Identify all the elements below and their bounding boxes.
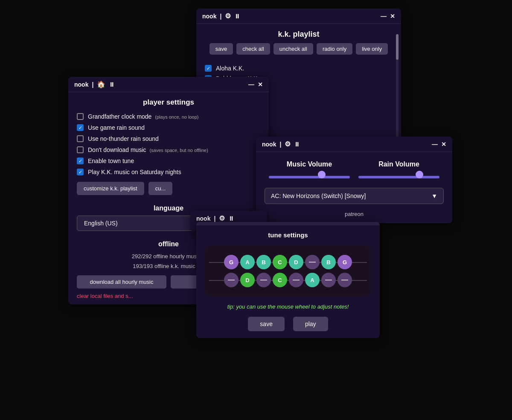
- download-all-button[interactable]: download all hourly music: [77, 275, 166, 289]
- note-empty1[interactable]: —: [305, 255, 320, 269]
- playlist-button-group: save check all uncheck all radio only li…: [196, 43, 401, 60]
- playlist-checkbox-aloha[interactable]: [205, 65, 212, 72]
- setting-checkbox-grandfather[interactable]: [77, 113, 84, 120]
- setting-checkbox-nothunder[interactable]: [77, 135, 84, 142]
- customize-other-button[interactable]: cu...: [148, 182, 173, 195]
- rain-volume-col: Rain Volume: [358, 160, 439, 181]
- note-empty2c[interactable]: —: [289, 273, 303, 287]
- volume-titlebar: nook | ⚙ ⏸ — ✕: [256, 137, 452, 152]
- playlist-separator: |: [220, 13, 221, 20]
- sound-pack-dropdown[interactable]: AC: New Horizons (Switch) [Snowy] ▼: [265, 188, 444, 204]
- tune-note-canvas: G A B C D — B G — D — C — A — —: [205, 245, 371, 297]
- tune-tip: tip: you can use the mouse wheel to adju…: [196, 300, 380, 312]
- rain-slider[interactable]: [358, 173, 439, 181]
- note-a1[interactable]: A: [240, 255, 255, 269]
- note-g1[interactable]: G: [224, 255, 239, 269]
- mini-title: nook: [196, 215, 210, 222]
- music-slider[interactable]: [269, 173, 350, 181]
- player-button-row: customize k.k. playlist cu...: [68, 178, 269, 199]
- playlist-scrollbar[interactable]: [396, 34, 399, 145]
- volume-separator: |: [279, 141, 281, 148]
- music-volume-label: Music Volume: [287, 160, 332, 168]
- note-b1[interactable]: B: [256, 255, 271, 269]
- playlist-title: nook: [202, 13, 216, 20]
- mini-separator: |: [214, 215, 215, 222]
- mini-pause-icon[interactable]: ⏸: [228, 215, 234, 222]
- setting-checkbox-rain[interactable]: [77, 124, 84, 131]
- playlist-uncheck-all-button[interactable]: uncheck all: [273, 43, 313, 55]
- volume-controls: Music Volume Rain Volume: [256, 152, 452, 188]
- player-pause-icon[interactable]: ⏸: [109, 81, 115, 88]
- setting-checkbox-nodownload[interactable]: [77, 146, 84, 153]
- setting-label: Use no-thunder rain sound: [88, 135, 159, 142]
- playlist-song-name: Aloha K.K.: [216, 65, 244, 72]
- player-close-icon[interactable]: ✕: [258, 81, 263, 88]
- player-minimize-icon[interactable]: —: [248, 81, 254, 88]
- sound-pack-value: AC: New Horizons (Switch) [Snowy]: [271, 192, 366, 199]
- volume-close-icon[interactable]: ✕: [441, 141, 446, 148]
- note-empty2d[interactable]: —: [321, 273, 336, 287]
- patreon-link[interactable]: patreon: [256, 211, 452, 223]
- setting-no-thunder: Use no-thunder rain sound: [68, 133, 269, 144]
- tune-save-button[interactable]: save: [248, 317, 285, 331]
- list-item: Aloha K.K.: [205, 63, 393, 73]
- playlist-titlebar: nook | ⚙ ⏸ — ✕: [196, 9, 401, 24]
- playlist-pause-icon[interactable]: ⏸: [234, 13, 240, 20]
- setting-checkbox-town[interactable]: [77, 158, 84, 164]
- playlist-radio-only-button[interactable]: radio only: [317, 43, 352, 55]
- note-empty2a[interactable]: —: [224, 273, 239, 287]
- tune-play-button[interactable]: play: [293, 317, 328, 331]
- playlist-close-icon[interactable]: ✕: [390, 13, 395, 20]
- volume-window: nook | ⚙ ⏸ — ✕ Music Volume Rain Volume …: [256, 137, 452, 223]
- tune-note-row-2: — D — C — A — —: [209, 273, 367, 287]
- playlist-gear-icon[interactable]: ⚙: [225, 12, 231, 20]
- setting-no-download: Don't download music (saves space, but n…: [68, 144, 269, 155]
- note-empty2e[interactable]: —: [337, 273, 352, 287]
- player-house-icon: 🏠: [97, 80, 105, 88]
- setting-label: Use game rain sound: [88, 124, 145, 131]
- playlist-minimize-icon[interactable]: —: [381, 13, 387, 20]
- tune-settings-window: tune settings G A B C D — B G — D — C — …: [196, 222, 380, 338]
- volume-title: nook: [262, 141, 276, 148]
- player-titlebar: nook | 🏠 ⏸ — ✕: [68, 77, 269, 92]
- dropdown-arrow-icon: ▼: [431, 192, 437, 199]
- tune-note-row-1: G A B C D — B G: [209, 255, 367, 269]
- volume-gear-icon[interactable]: ⚙: [285, 140, 291, 148]
- player-title: nook: [74, 81, 88, 88]
- setting-town-tune: Enable town tune: [68, 155, 269, 166]
- rain-volume-label: Rain Volume: [378, 160, 419, 168]
- playlist-scrollbar-thumb[interactable]: [396, 34, 399, 60]
- mini-gear-icon[interactable]: ⚙: [219, 214, 225, 222]
- setting-label: Don't download music (saves space, but n…: [88, 146, 208, 153]
- playlist-check-all-button[interactable]: check all: [236, 43, 270, 55]
- player-section-title: player settings: [68, 92, 269, 111]
- customize-playlist-button[interactable]: customize k.k. playlist: [77, 182, 144, 195]
- note-a2[interactable]: A: [305, 273, 320, 287]
- note-b2[interactable]: B: [321, 255, 336, 269]
- setting-kk-music: Play K.K. music on Saturday nights: [68, 166, 269, 178]
- setting-label: Grandfather clock mode (plays once, no l…: [88, 113, 198, 120]
- note-d1[interactable]: D: [289, 255, 303, 269]
- note-c1[interactable]: C: [273, 255, 287, 269]
- volume-pause-icon[interactable]: ⏸: [294, 141, 300, 148]
- playlist-live-only-button[interactable]: live only: [356, 43, 388, 55]
- note-empty2b[interactable]: —: [256, 273, 271, 287]
- setting-label: Play K.K. music on Saturday nights: [88, 169, 181, 175]
- note-g2[interactable]: G: [337, 255, 352, 269]
- player-separator: |: [92, 81, 93, 88]
- music-volume-col: Music Volume: [269, 160, 350, 181]
- note-d2[interactable]: D: [240, 273, 255, 287]
- tune-section-title: tune settings: [196, 225, 380, 242]
- tune-button-row: save play: [196, 312, 380, 338]
- setting-checkbox-kk[interactable]: [77, 169, 84, 175]
- volume-minimize-icon[interactable]: —: [432, 141, 438, 148]
- note-c2[interactable]: C: [273, 273, 287, 287]
- setting-grandfather: Grandfather clock mode (plays once, no l…: [68, 111, 269, 122]
- playlist-save-button[interactable]: save: [209, 43, 233, 55]
- setting-label: Enable town tune: [88, 158, 134, 164]
- playlist-heading: k.k. playlist: [196, 24, 401, 43]
- setting-rain: Use game rain sound: [68, 122, 269, 133]
